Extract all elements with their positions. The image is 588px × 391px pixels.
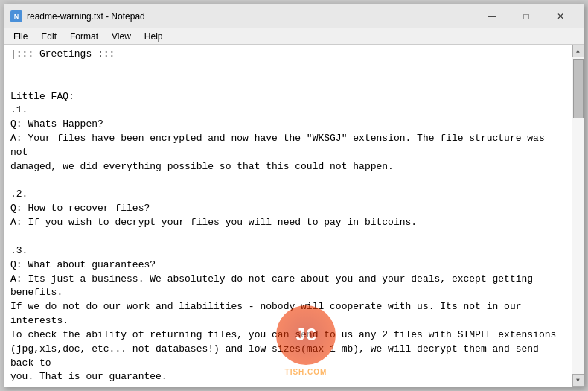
scrollbar[interactable]: ▲ ▼ bbox=[572, 45, 584, 387]
scrollbar-thumb[interactable] bbox=[573, 59, 584, 118]
notepad-window: N readme-warning.txt - Notepad — □ ✕ Fil… bbox=[4, 4, 584, 387]
title-bar: N readme-warning.txt - Notepad — □ ✕ bbox=[4, 4, 584, 28]
scroll-down-button[interactable]: ▼ bbox=[572, 374, 584, 387]
menu-view[interactable]: View bbox=[106, 30, 137, 43]
app-icon: N bbox=[10, 10, 22, 22]
text-editor[interactable]: |::: Greetings ::: Little FAQ: .1. Q: Wh… bbox=[4, 45, 572, 387]
scroll-up-button[interactable]: ▲ bbox=[572, 45, 584, 57]
menu-format[interactable]: Format bbox=[64, 30, 104, 43]
window-controls: — □ ✕ bbox=[475, 4, 578, 28]
window-title: readme-warning.txt - Notepad bbox=[27, 11, 475, 22]
menu-bar: File Edit Format View Help bbox=[4, 28, 584, 45]
menu-help[interactable]: Help bbox=[138, 30, 169, 43]
menu-edit[interactable]: Edit bbox=[35, 30, 63, 43]
minimize-button[interactable]: — bbox=[475, 4, 509, 28]
menu-file[interactable]: File bbox=[7, 30, 33, 43]
close-button[interactable]: ✕ bbox=[543, 4, 578, 28]
maximize-button[interactable]: □ bbox=[509, 4, 543, 28]
content-area: |::: Greetings ::: Little FAQ: .1. Q: Wh… bbox=[4, 45, 584, 387]
scrollbar-track[interactable] bbox=[572, 57, 584, 374]
